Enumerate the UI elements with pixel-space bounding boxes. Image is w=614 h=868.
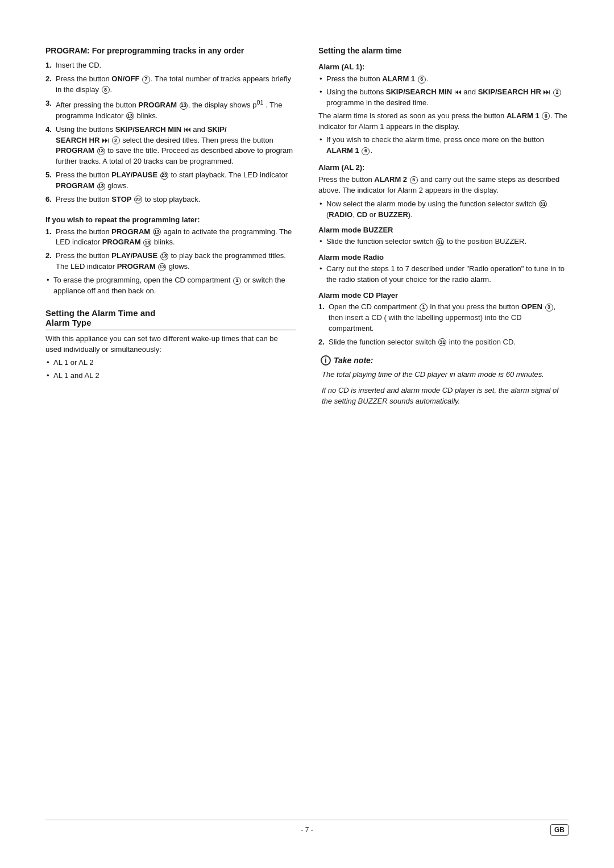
take-note-box: i Take note: The total playing time of t… [318, 355, 569, 407]
alarm2-mode-list: Now select the alarm mode by using the f… [318, 199, 569, 221]
repeat-step-1: 1. Press the button PROGRAM 13 again to … [45, 227, 296, 248]
alarm-section-title: Setting the Alarm Time andAlarm Type [45, 308, 296, 330]
step-1: 1. Insert the CD. [45, 60, 296, 71]
left-column: PROGRAM: For preprogramming tracks in an… [45, 45, 296, 803]
erase-item: To erase the programming, open the CD co… [45, 275, 296, 297]
alarm-time-section: Setting the Alarm Time andAlarm Type Wit… [45, 308, 296, 381]
buzzer-item: Slide the function selector switch 31 to… [318, 236, 569, 247]
alarm2-mode-item: Now select the alarm mode by using the f… [318, 199, 569, 221]
repeat-heading: If you wish to repeat the programming la… [45, 215, 296, 224]
cdplayer-steps: 1. Open the CD compartment 1 in that you… [318, 302, 569, 347]
radio-item: Carry out the steps 1 to 7 described und… [318, 264, 569, 285]
alarm-intro: With this appliance you can set two diff… [45, 334, 296, 355]
page-number: - 7 - [301, 826, 313, 834]
alarm1-item2: Using the buttons SKIP/SEARCH MIN ⏮ and … [318, 87, 569, 109]
alarm1-item1: Press the button ALARM 1 6. [318, 74, 569, 85]
content-area: PROGRAM: For preprogramming tracks in an… [45, 45, 569, 803]
program-heading: PROGRAM: For preprogramming tracks in an… [45, 45, 296, 56]
info-icon: i [321, 355, 331, 366]
cdplayer-step2: 2. Slide the function selector switch 31… [318, 337, 569, 348]
repeat-step-2: 2. Press the button PLAY/PAUSE 13 to pla… [45, 251, 296, 272]
footer: - 7 - GB [45, 820, 569, 834]
alarm-type-2: AL 1 and AL 2 [45, 371, 296, 381]
alarm1-check-list: If you wish to check the alarm time, pre… [318, 135, 569, 156]
erase-bullet: To erase the programming, open the CD co… [45, 275, 296, 297]
step-6: 6. Press the button STOP 22 to stop play… [45, 194, 296, 205]
program-steps: 1. Insert the CD. 2. Press the button ON… [45, 60, 296, 205]
page: PROGRAM: For preprogramming tracks in an… [0, 0, 614, 868]
cdplayer-step1: 1. Open the CD compartment 1 in that you… [318, 302, 569, 334]
alarm1-check-item: If you wish to check the alarm time, pre… [318, 135, 569, 156]
buzzer-heading: Alarm mode BUZZER [318, 226, 569, 234]
step-3: 3. After pressing the button PROGRAM 13,… [45, 98, 296, 122]
buzzer-list: Slide the function selector switch 31 to… [318, 236, 569, 247]
right-column: Setting the alarm time Alarm (AL 1): Pre… [318, 45, 569, 803]
radio-heading: Alarm mode Radio [318, 253, 569, 261]
step-2: 2. Press the button ON/OFF 7. The total … [45, 74, 296, 95]
take-note-1: The total playing time of the CD player … [321, 369, 569, 380]
repeat-steps: 1. Press the button PROGRAM 13 again to … [45, 227, 296, 272]
setting-alarm-section: Setting the alarm time Alarm (AL 1): Pre… [318, 45, 569, 407]
alarm1-heading: Alarm (AL 1): [318, 63, 569, 71]
country-badge: GB [550, 824, 569, 836]
program-section: PROGRAM: For preprogramming tracks in an… [45, 45, 296, 205]
setting-alarm-heading: Setting the alarm time [318, 45, 569, 56]
alarm2-heading: Alarm (AL 2): [318, 163, 569, 172]
take-note-title: i Take note: [321, 355, 569, 366]
cdplayer-heading: Alarm mode CD Player [318, 291, 569, 300]
step-4: 4. Using the buttons SKIP/SEARCH MIN ⏮ a… [45, 124, 296, 167]
alarm2-para: Press the button ALARM 2 5 and carry out… [318, 175, 569, 196]
alarm1-list: Press the button ALARM 1 6. Using the bu… [318, 74, 569, 109]
alarm-type-list: AL 1 or AL 2 AL 1 and AL 2 [45, 358, 296, 381]
take-note-2: If no CD is inserted and alarm mode CD p… [321, 385, 569, 407]
alarm1-para: The alarm time is stored as soon as you … [318, 111, 569, 132]
radio-list: Carry out the steps 1 to 7 described und… [318, 264, 569, 285]
step-5: 5. Press the button PLAY/PAUSE 23 to sta… [45, 170, 296, 192]
repeat-section: If you wish to repeat the programming la… [45, 215, 296, 297]
alarm-type-1: AL 1 or AL 2 [45, 358, 296, 368]
